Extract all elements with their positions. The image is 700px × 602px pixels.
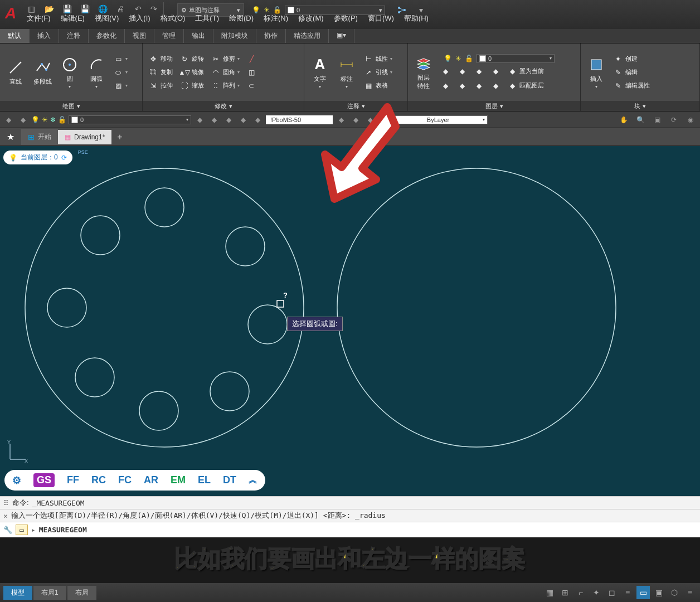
home-tab[interactable]: ★ [0, 128, 21, 145]
tab-view[interactable]: 视图 [125, 29, 154, 43]
layer-s3[interactable]: ◆ [471, 65, 486, 77]
cmd-el[interactable]: EL [198, 474, 211, 486]
layer-s8[interactable]: ◆ [488, 80, 503, 92]
refresh-icon[interactable]: ⟳ [61, 154, 67, 162]
drawing-tab[interactable]: ▦Drawing1* [58, 130, 111, 144]
panel-annotate-title[interactable]: 注释 ▾ [304, 101, 407, 111]
menu-draw[interactable]: 绘图(D) [229, 13, 254, 23]
layer-s1[interactable]: ◆ [438, 65, 453, 77]
panel-modify-title[interactable]: 修改 ▾ [143, 101, 304, 111]
block-create-button[interactable]: ✦创建 [611, 53, 652, 65]
tab-extra[interactable]: ▣▾ [329, 29, 354, 43]
pi9[interactable]: ◆ [378, 114, 391, 126]
menu-tools[interactable]: 工具(T) [195, 13, 219, 23]
layer-props-button[interactable]: 图层 特性 [411, 54, 436, 91]
steer-icon[interactable]: ◉ [683, 114, 698, 126]
linear-button[interactable]: ⊢线性▾ [361, 53, 395, 65]
st-lwt-icon[interactable]: ≡ [621, 586, 634, 599]
cmd-input-line[interactable]: 🔧 ▭ ▸ MEASUREGEOM [0, 522, 700, 537]
menu-edit[interactable]: 编辑(E) [61, 13, 85, 23]
menu-view[interactable]: 视图(V) [95, 13, 119, 23]
menu-insert[interactable]: 插入(I) [129, 13, 150, 23]
block-edit-button[interactable]: ✎编辑 [611, 66, 652, 79]
add-tab-button[interactable]: + [111, 132, 128, 142]
block-insert-button[interactable]: 插入▾ [584, 55, 609, 90]
bulb-icon[interactable]: 💡 [31, 116, 40, 124]
layer-prev-icon[interactable]: ◆ [17, 114, 29, 126]
tab-param[interactable]: 参数化 [89, 29, 125, 43]
circle-button[interactable]: 圆▾ [57, 55, 82, 90]
layout1-tab[interactable]: 布局1 [33, 586, 66, 600]
hatch-button[interactable]: ▨▾ [111, 80, 130, 92]
wrench-icon[interactable]: 🔧 [3, 526, 12, 534]
cmd-dt[interactable]: DT [223, 474, 236, 486]
copy-button[interactable]: ⿻复制 [146, 66, 175, 79]
pi3[interactable]: ◆ [222, 114, 235, 126]
layer-dropdown[interactable]: 💡 ☀ 🔓 0 ▾ [444, 54, 555, 63]
layout2-tab[interactable]: 布局 [67, 586, 96, 600]
layer-s6[interactable]: ◆ [455, 80, 469, 92]
lock-icon[interactable]: 🔓 [273, 6, 281, 14]
st-qprop-icon[interactable]: ▣ [652, 586, 665, 599]
array-button[interactable]: ⁚⁚阵列▾ [208, 80, 242, 92]
pi7[interactable]: ◆ [349, 114, 362, 126]
bulb-icon[interactable]: 💡 [252, 6, 260, 14]
menu-window[interactable]: 窗口(W) [368, 13, 394, 23]
cmd-ar[interactable]: AR [144, 474, 158, 486]
pi2[interactable]: ◆ [208, 114, 220, 126]
tab-annotate[interactable]: 注释 [59, 29, 89, 43]
model-tab[interactable]: 模型 [3, 586, 32, 600]
dim-button[interactable]: 标注▾ [334, 55, 359, 90]
block-editattr-button[interactable]: ✎编辑属性 [611, 80, 652, 92]
st-grid-icon[interactable]: ▦ [543, 586, 556, 599]
menu-help[interactable]: 帮助(H) [404, 13, 429, 23]
mirror-button[interactable]: ▲▽镜像 [177, 66, 206, 79]
current-layer-badge[interactable]: 💡 当前图层：0 ⟳ PSE [3, 151, 72, 164]
cmd-rc[interactable]: RC [91, 474, 106, 486]
stretch-button[interactable]: ⇲拉伸 [146, 80, 175, 92]
cmd-handle-icon[interactable]: ⠿ [3, 499, 9, 507]
scale-button[interactable]: ⛶缩放 [177, 80, 206, 92]
layer-s4[interactable]: ◆ [488, 65, 503, 77]
panel-draw-title[interactable]: 绘图 ▾ [0, 101, 142, 111]
layer-s7[interactable]: ◆ [471, 80, 486, 92]
scroll-up-icon[interactable]: ︽ [249, 474, 257, 486]
table-button[interactable]: ▦表格 [361, 80, 395, 92]
layer-select[interactable]: 0 ▾ [69, 115, 191, 124]
st-sel-icon[interactable]: ⬡ [668, 586, 681, 599]
offset-button[interactable]: ⊂ [244, 80, 259, 92]
tab-default[interactable]: 默认 [0, 29, 30, 43]
tab-featured[interactable]: 精选应用 [286, 29, 329, 43]
text-button[interactable]: A文字▾ [308, 55, 332, 90]
set-current-button[interactable]: ◆置为当前 [505, 65, 546, 77]
panel-layers-title[interactable]: 图层 ▾ [408, 101, 580, 111]
move-button[interactable]: ✥移动 [146, 53, 175, 65]
menu-dim[interactable]: 标注(N) [264, 13, 288, 23]
pi6[interactable]: ◆ [335, 114, 347, 126]
lock-icon[interactable]: 🔓 [58, 116, 66, 124]
pi5[interactable]: ◆ [251, 114, 264, 126]
cmd-ff[interactable]: FF [67, 474, 79, 486]
cmd-fc[interactable]: FC [118, 474, 132, 486]
menu-format[interactable]: 格式(O) [161, 13, 186, 23]
cmd-em[interactable]: EM [171, 474, 186, 486]
rotate-button[interactable]: ↻旋转 [177, 53, 206, 65]
ellipse-button[interactable]: ⬭▾ [111, 66, 130, 79]
cmd-gs[interactable]: GS [33, 473, 55, 487]
tab-insert[interactable]: 插入 [30, 29, 59, 43]
cmd-close-icon[interactable]: ✕ [3, 512, 8, 520]
match-layer-button[interactable]: ◆匹配图层 [505, 80, 546, 92]
tab-addon[interactable]: 附加模块 [213, 29, 256, 43]
zoom-icon[interactable]: 🔍 [633, 114, 648, 126]
fillet-button[interactable]: ◠圆角▾ [208, 66, 242, 79]
leader-button[interactable]: ↗引线▾ [361, 66, 395, 79]
st-more-icon[interactable]: ≡ [683, 586, 697, 599]
line-button[interactable]: 直线 [3, 57, 28, 87]
menu-file[interactable]: 文件(F) [27, 13, 51, 23]
layer-iso-icon[interactable]: ◆ [2, 114, 14, 126]
pi1[interactable]: ◆ [193, 114, 206, 126]
st-snap-icon[interactable]: ⊞ [558, 586, 572, 599]
rect-button[interactable]: ▭▾ [111, 53, 130, 65]
pan-icon[interactable]: ✋ [616, 114, 631, 126]
trim-button[interactable]: ✂修剪▾ [208, 53, 242, 65]
